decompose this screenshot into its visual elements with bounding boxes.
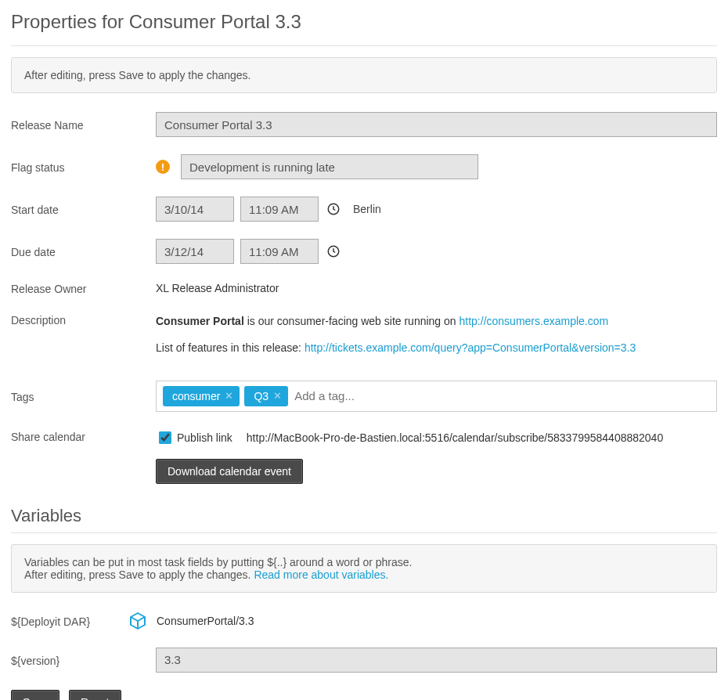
label-share-calendar: Share calendar [11, 429, 156, 443]
due-time-input[interactable] [240, 239, 319, 264]
tag-label: Q3 [254, 390, 268, 402]
row-release-owner: Release Owner XL Release Administrator [11, 281, 717, 295]
tag-remove-icon[interactable]: ✕ [225, 390, 233, 402]
variables-banner-line1: Variables can be put in most task fields… [24, 556, 704, 568]
row-start-date: Start date Berlin [11, 197, 717, 222]
row-due-date: Due date [11, 239, 717, 264]
start-date-input[interactable] [156, 197, 234, 222]
version-input[interactable] [156, 648, 717, 673]
publish-url: http://MacBook-Pro-de-Bastien.local:5516… [247, 431, 663, 444]
tag-remove-icon[interactable]: ✕ [273, 390, 282, 402]
tag-chip-consumer[interactable]: consumer ✕ [163, 386, 240, 406]
info-banner: After editing, press Save to apply the c… [11, 57, 717, 93]
label-release-name: Release Name [11, 117, 156, 132]
label-description: Description [11, 312, 156, 327]
divider [11, 45, 717, 46]
variable-name: ${version} [11, 653, 156, 667]
button-row: Save Reset [11, 690, 717, 700]
save-button[interactable]: Save [11, 690, 59, 700]
row-share-calendar: Share calendar Publish link http://MacBo… [11, 429, 717, 484]
row-variable-version: ${version} [11, 648, 717, 673]
description-block: Consumer Portal is our consumer-facing w… [156, 312, 636, 357]
description-bold: Consumer Portal [156, 315, 244, 327]
variable-value: ConsumerPortal/3.3 [157, 615, 254, 627]
divider [11, 532, 717, 533]
publish-label: Publish link [177, 431, 232, 444]
tags-box[interactable]: consumer ✕ Q3 ✕ [156, 381, 717, 412]
clock-icon[interactable] [325, 243, 342, 260]
variables-link[interactable]: Read more about variables. [254, 568, 388, 581]
row-release-name: Release Name [11, 112, 717, 137]
row-flag-status: Flag status ! [11, 154, 717, 179]
label-release-owner: Release Owner [11, 281, 156, 295]
release-name-input[interactable] [156, 112, 717, 137]
reset-button[interactable]: Reset [69, 690, 121, 700]
description-link2[interactable]: http://tickets.example.com/query?app=Con… [305, 341, 636, 354]
publish-checkbox[interactable] [159, 431, 171, 444]
tag-chip-q3[interactable]: Q3 ✕ [244, 386, 288, 406]
tag-input[interactable] [293, 388, 710, 403]
label-tags: Tags [11, 389, 156, 403]
row-description: Description Consumer Portal is our consu… [11, 312, 717, 357]
row-variable-deployit-dar: ${Deployit DAR} ConsumerPortal/3.3 [11, 612, 717, 630]
variables-title: Variables [11, 506, 717, 526]
description-text1: is our consumer-facing web site running … [244, 315, 460, 327]
variables-banner: Variables can be put in most task fields… [11, 544, 717, 593]
release-owner-value: XL Release Administrator [156, 282, 279, 294]
label-due-date: Due date [11, 244, 156, 258]
start-time-input[interactable] [240, 197, 319, 222]
download-calendar-button[interactable]: Download calendar event [156, 459, 303, 484]
label-start-date: Start date [11, 202, 156, 216]
variables-banner-line2: After editing, press Save to apply the c… [24, 568, 254, 581]
timezone-label: Berlin [353, 203, 381, 215]
tag-label: consumer [172, 390, 220, 402]
clock-icon[interactable] [325, 200, 342, 218]
package-icon [128, 612, 147, 630]
description-text2: List of features in this release: [156, 341, 305, 354]
warning-icon: ! [156, 160, 170, 174]
variable-name: ${Deployit DAR} [11, 614, 128, 628]
description-link1[interactable]: http://consumers.example.com [460, 315, 609, 327]
flag-status-input[interactable] [181, 154, 478, 179]
row-tags: Tags consumer ✕ Q3 ✕ [11, 381, 717, 412]
label-flag-status: Flag status [11, 160, 156, 174]
due-date-input[interactable] [156, 239, 234, 264]
page-title: Properties for Consumer Portal 3.3 [11, 11, 717, 39]
